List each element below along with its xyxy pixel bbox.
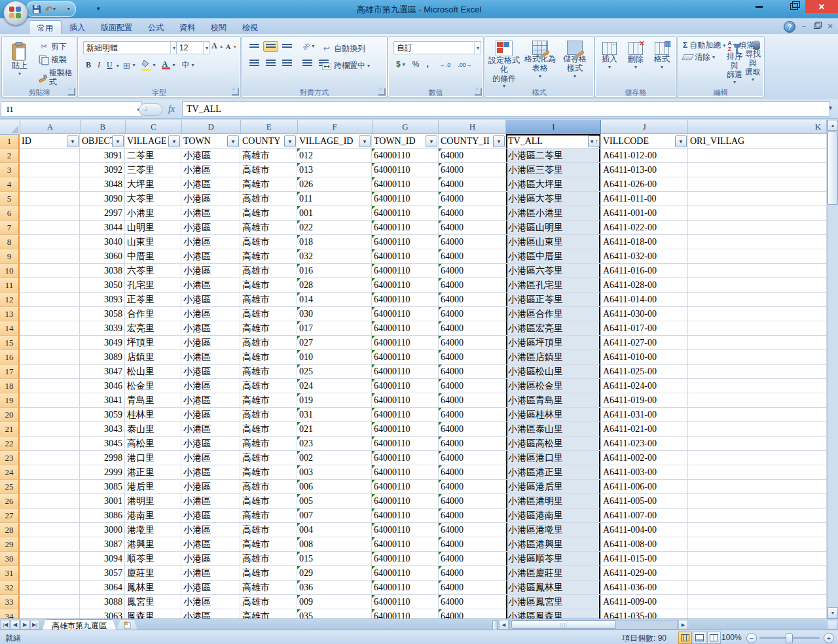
cut-button[interactable]: ✂剪下 — [36, 41, 69, 54]
cell-D29[interactable]: 小港區 — [181, 537, 240, 552]
filter-button-G[interactable]: ▼ — [426, 135, 437, 147]
italic-button[interactable]: I — [95, 60, 103, 71]
row-header-7[interactable]: 7 — [0, 221, 20, 235]
cell-C17[interactable]: 松山里 — [125, 365, 181, 379]
row-header-11[interactable]: 11 — [0, 278, 20, 293]
number-format-combo[interactable]: 自訂 ▾ — [393, 41, 481, 54]
cell-G6[interactable]: 64000110 — [372, 206, 439, 221]
row-header-4[interactable]: 4 — [0, 177, 20, 192]
cell-J22[interactable]: A6411-023-00 — [601, 437, 688, 451]
column-header-C[interactable]: C — [126, 120, 182, 134]
cell-H33[interactable]: 64000 — [439, 595, 506, 609]
currency-button[interactable]: $▾ — [393, 59, 408, 71]
cell-C29[interactable]: 港興里 — [125, 537, 181, 552]
cell-D14[interactable]: 小港區 — [181, 321, 240, 336]
cell-B31[interactable]: 3057 — [80, 566, 125, 581]
phonetic-button[interactable]: 中▾ — [179, 60, 196, 71]
decrease-decimal-button[interactable]: .00→ — [455, 60, 475, 69]
cell-C25[interactable]: 港后里 — [125, 480, 181, 494]
cell-A34[interactable] — [20, 609, 80, 618]
cell-F28[interactable]: 004 — [297, 523, 372, 537]
row-header-24[interactable]: 24 — [0, 465, 20, 480]
formula-bar-handle[interactable] — [139, 103, 162, 116]
cell-E21[interactable]: 高雄市 — [240, 422, 297, 437]
cell-D23[interactable]: 小港區 — [181, 451, 240, 465]
cell-G10[interactable]: 64000110 — [372, 264, 439, 278]
column-header-E[interactable]: E — [241, 120, 298, 134]
cell-E15[interactable]: 高雄市 — [240, 336, 297, 350]
column-header-G[interactable]: G — [373, 120, 439, 134]
cell-G18[interactable]: 64000110 — [372, 379, 439, 393]
cell-C6[interactable]: 小港里 — [125, 206, 181, 221]
cell-D33[interactable]: 小港區 — [181, 595, 240, 609]
cell-A28[interactable] — [20, 523, 80, 537]
cell-A12[interactable] — [20, 293, 80, 307]
cell-C24[interactable]: 港正里 — [125, 465, 181, 480]
cell-E7[interactable]: 高雄市 — [240, 221, 297, 235]
cell-K9[interactable] — [688, 249, 827, 264]
cell-I25[interactable]: 小港區港后里 — [506, 480, 601, 494]
cell-F16[interactable]: 010 — [297, 350, 372, 365]
office-button[interactable] — [3, 1, 28, 26]
redo-button[interactable]: ↷▾ — [60, 5, 70, 14]
window-restore-button[interactable] — [783, 0, 805, 13]
cell-K28[interactable] — [688, 523, 827, 537]
cell-H31[interactable]: 64000 — [439, 566, 506, 581]
cell-J11[interactable]: A6411-028-00 — [601, 278, 688, 293]
filter-button-J[interactable]: ▼ — [675, 135, 687, 147]
cell-A17[interactable] — [20, 365, 80, 379]
cell-J30[interactable]: A6411-015-00 — [601, 552, 688, 566]
cell-B27[interactable]: 3086 — [80, 509, 125, 523]
cell-I7[interactable]: 小港區山明里 — [506, 221, 601, 235]
cell-K16[interactable] — [688, 350, 827, 365]
column-header-A[interactable]: A — [20, 120, 81, 134]
filter-button-B[interactable]: ▼ — [112, 135, 124, 147]
cell-G19[interactable]: 64000110 — [372, 393, 439, 408]
cell-H2[interactable]: 64000 — [439, 149, 506, 163]
column-header-I[interactable]: I — [506, 120, 601, 134]
cell-E17[interactable]: 高雄市 — [240, 365, 297, 379]
cell-J13[interactable]: A6411-030-00 — [601, 307, 688, 321]
cell-G28[interactable]: 64000110 — [372, 523, 439, 537]
cell-J32[interactable]: A6411-036-00 — [601, 581, 688, 595]
cell-K6[interactable] — [688, 206, 827, 221]
cell-K2[interactable] — [688, 149, 827, 163]
font-size-combo[interactable]: 12 ▾ — [176, 41, 210, 54]
cell-A8[interactable] — [20, 235, 80, 249]
cell-E9[interactable]: 高雄市 — [240, 249, 297, 264]
cell-D31[interactable]: 小港區 — [181, 566, 240, 581]
formula-bar-expand-icon[interactable]: ▼ — [828, 105, 833, 111]
cell-J12[interactable]: A6411-014-00 — [601, 293, 688, 307]
cell-G8[interactable]: 64000110 — [372, 235, 439, 249]
number-dialog-launcher[interactable] — [475, 88, 482, 96]
cell-K20[interactable] — [688, 408, 827, 422]
cell-C22[interactable]: 高松里 — [125, 437, 181, 451]
cell-E5[interactable]: 高雄市 — [240, 192, 297, 206]
cell-F2[interactable]: 012 — [297, 149, 372, 163]
cell-J20[interactable]: A6411-031-00 — [601, 408, 688, 422]
cell-E4[interactable]: 高雄市 — [240, 177, 297, 192]
cell-G22[interactable]: 64000110 — [372, 437, 439, 451]
redo-dropdown-icon[interactable]: ▾ — [67, 7, 70, 12]
cell-H25[interactable]: 64000 — [439, 480, 506, 494]
cell-B8[interactable]: 3040 — [80, 235, 125, 249]
underline-dropdown-icon[interactable]: ▾ — [117, 63, 119, 69]
cell-J28[interactable]: A6411-004-00 — [601, 523, 688, 537]
cell-I31[interactable]: 小港區廈莊里 — [506, 566, 601, 581]
cell-K30[interactable] — [688, 552, 827, 566]
cell-E6[interactable]: 高雄市 — [240, 206, 297, 221]
align-right-button[interactable] — [280, 58, 295, 68]
delete-cells-button[interactable]: ✕ 刪除 ▾ — [623, 39, 649, 70]
cell-E3[interactable]: 高雄市 — [240, 163, 297, 177]
cell-C9[interactable]: 中厝里 — [125, 249, 181, 264]
cell-A9[interactable] — [20, 249, 80, 264]
cell-D27[interactable]: 小港區 — [181, 509, 240, 523]
cell-J2[interactable]: A6411-012-00 — [601, 149, 688, 163]
cell-G33[interactable]: 64000110 — [372, 595, 439, 609]
bold-button[interactable]: B — [83, 60, 94, 71]
cell-D5[interactable]: 小港區 — [181, 192, 240, 206]
cell-H24[interactable]: 64000 — [439, 465, 506, 480]
cell-G11[interactable]: 64000110 — [372, 278, 439, 293]
tab-split-handle[interactable] — [492, 620, 498, 630]
view-page-break-button[interactable] — [707, 632, 721, 644]
